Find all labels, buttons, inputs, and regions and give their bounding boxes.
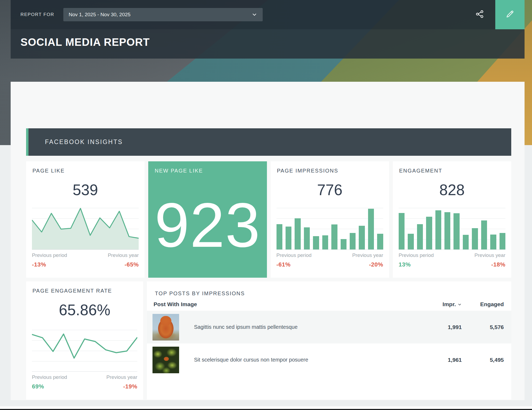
previous-year-label: Previous year (475, 252, 505, 258)
bar (399, 213, 405, 249)
chevron-down-icon (457, 302, 462, 307)
metrics-row: PAGE LIKE 539 Previous period Previous y… (26, 161, 511, 278)
bar (500, 233, 505, 249)
page-engagement-rate-line-chart (32, 330, 137, 372)
post-column-header: Post With Image (154, 301, 197, 308)
bar (322, 235, 328, 249)
page-engagement-rate-card: PAGE ENGAGEMENT RATE 65.86% Previous per… (26, 281, 143, 400)
engaged-value: 5,495 (462, 357, 504, 363)
post-text: Sagittis nunc sed ipsum mattis pellentes… (194, 324, 424, 330)
bar (331, 224, 337, 249)
impressions-column-header: Impr. (443, 301, 456, 308)
date-range-dropdown[interactable]: Nov 1, 2025 - Nov 30, 2025 (63, 8, 263, 21)
pencil-icon (505, 9, 515, 20)
bar (359, 226, 365, 249)
top-posts-table-header: Post With Image Impr. Engaged (154, 301, 504, 309)
previous-period-change: 13% (399, 261, 411, 268)
page-impressions-card: PAGE IMPRESSIONS 776 Previous period Pre… (271, 161, 389, 278)
bar (377, 234, 383, 249)
engagement-card: ENGAGEMENT 828 Previous period Previous … (393, 161, 511, 278)
bar (368, 209, 374, 249)
share-button[interactable] (474, 9, 486, 21)
page-like-area-chart (32, 208, 139, 250)
bar (286, 227, 291, 249)
engaged-column-header[interactable]: Engaged (480, 301, 504, 308)
maple-leaves-image (152, 347, 179, 373)
window-bottom-strip (0, 406, 532, 409)
top-posts-rows: Sagittis nunc sed ipsum mattis pellentes… (147, 311, 511, 376)
report-panel: FACEBOOK INSIGHTS PAGE LIKE 539 Previous… (11, 82, 525, 400)
engagement-bar-chart (399, 208, 505, 250)
window-edge (0, 409, 532, 410)
top-posts-card: TOP POSTS BY IMPRESSIONS Post With Image… (147, 281, 511, 400)
impressions-value: 1,991 (424, 324, 462, 330)
bar (426, 217, 432, 249)
card-value: 828 (393, 181, 511, 199)
page-title: SOCIAL MEDIA REPORT (20, 36, 150, 48)
previous-year-change: -18% (491, 261, 505, 268)
bar (341, 239, 347, 249)
bar (453, 213, 459, 249)
bar (435, 210, 441, 249)
autumn-tree-image (152, 314, 179, 341)
bottom-row: PAGE ENGAGEMENT RATE 65.86% Previous per… (26, 281, 511, 400)
previous-period-change: 69% (32, 383, 44, 390)
bar (481, 220, 487, 249)
bar (417, 224, 423, 249)
previous-period-change: -61% (277, 261, 291, 268)
chevron-down-icon (251, 12, 257, 18)
page-like-card: PAGE LIKE 539 Previous period Previous y… (26, 161, 145, 278)
impressions-sort-header[interactable]: Impr. (443, 301, 462, 308)
bar (277, 224, 282, 249)
top-posts-title: TOP POSTS BY IMPRESSIONS (155, 290, 245, 297)
bar (408, 234, 414, 249)
card-title: PAGE LIKE (32, 168, 65, 174)
card-title: PAGE ENGAGEMENT RATE (32, 288, 112, 294)
share-icon (475, 10, 484, 20)
section-title: FACEBOOK INSIGHTS (45, 138, 123, 146)
card-value: 539 (26, 181, 145, 199)
previous-period-change: -13% (32, 261, 46, 268)
page-impressions-bar-chart (277, 208, 383, 250)
bar (444, 212, 450, 249)
table-row[interactable]: Sagittis nunc sed ipsum mattis pellentes… (147, 311, 511, 343)
previous-year-label: Previous year (108, 252, 139, 258)
card-value: 776 (271, 181, 389, 199)
previous-year-label: Previous year (106, 374, 137, 380)
bar (490, 235, 496, 249)
previous-period-label: Previous period (32, 374, 67, 380)
card-value: 65.86% (26, 301, 143, 319)
previous-period-label: Previous period (399, 252, 434, 258)
new-page-like-card: NEW PAGE LIKE 923 (148, 161, 267, 278)
bar (350, 233, 356, 249)
card-title: ENGAGEMENT (399, 168, 442, 174)
bar (304, 227, 310, 249)
previous-year-change: -20% (369, 261, 383, 268)
card-title: PAGE IMPRESSIONS (277, 168, 339, 174)
previous-year-change: -65% (125, 261, 139, 268)
post-text: Sit scelerisque dolor cursus non tempor … (194, 357, 424, 363)
social-media-report-page: REPORT FOR Nov 1, 2025 - Nov 30, 2025 SO… (0, 0, 532, 410)
bar (295, 218, 300, 249)
edit-report-button[interactable] (495, 0, 525, 29)
previous-year-change: -19% (123, 383, 137, 390)
table-row[interactable]: Sit scelerisque dolor cursus non tempor … (147, 343, 511, 376)
previous-year-label: Previous year (352, 252, 383, 258)
bar (472, 228, 478, 249)
facebook-insights-section-header: FACEBOOK INSIGHTS (26, 128, 511, 156)
report-for-label: REPORT FOR (20, 12, 54, 17)
previous-period-label: Previous period (277, 252, 312, 258)
impressions-value: 1,961 (424, 357, 462, 363)
date-range-value: Nov 1, 2025 - Nov 30, 2025 (69, 12, 130, 18)
bar (313, 236, 319, 249)
card-value: 923 (148, 161, 267, 278)
previous-period-label: Previous period (32, 252, 67, 258)
bar (463, 235, 469, 249)
engaged-value: 5,576 (462, 324, 504, 330)
